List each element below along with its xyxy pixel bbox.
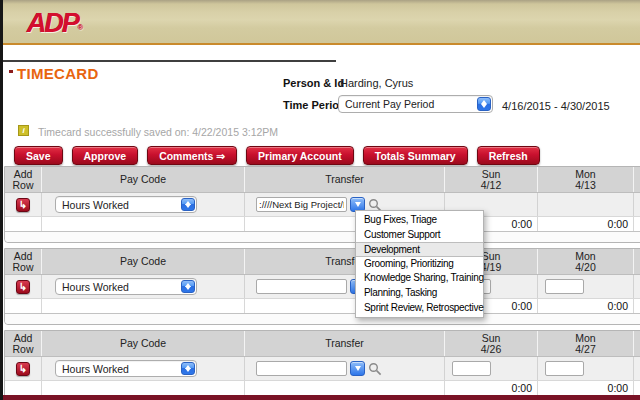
dropdown-item-sprint-review-retrospective[interactable]: Sprint Review, Retrospective	[356, 301, 483, 316]
refresh-button[interactable]: Refresh	[477, 146, 540, 165]
adp-timecard-screen: ADP® TIMECARD Person & Id Harding, Cyrus…	[0, 0, 640, 400]
transfer-header: Transfer	[244, 167, 444, 192]
add-row-header: Add Row	[5, 331, 41, 356]
approve-button[interactable]: Approve	[72, 146, 139, 165]
day-header-cutoff	[633, 331, 640, 356]
day-header-sun-412: Sun 4/12	[444, 167, 537, 192]
timecard-week-section-3: Add Row Pay Code Transfer Sun 4/26 Mon 4…	[4, 330, 640, 400]
week1-totals-row: 0:00 0:00	[5, 216, 640, 232]
transfer-lookup-button[interactable]	[350, 361, 365, 376]
dropdown-item-development-highlighted[interactable]: Development	[356, 242, 483, 257]
day-header-mon-413: Mon 4/13	[537, 167, 633, 192]
transfer-header: Transfer	[244, 331, 444, 356]
hours-input-sun-426[interactable]	[452, 361, 491, 376]
pay-code-selected-value: Hours Worked	[62, 363, 129, 375]
transfer-input[interactable]	[256, 279, 347, 294]
pay-code-select[interactable]: Hours Worked	[55, 278, 197, 295]
hours-input-mon-427[interactable]	[545, 361, 584, 376]
page-title: TIMECARD	[17, 65, 99, 82]
search-icon[interactable]	[368, 362, 382, 376]
week2-entry-row: ↳ Hours Worked	[5, 275, 640, 298]
time-period-select[interactable]: Current Pay Period	[338, 95, 493, 113]
add-row-button[interactable]: ↳	[16, 280, 30, 294]
add-row-button[interactable]: ↳	[16, 362, 30, 376]
primary-account-button[interactable]: Primary Account	[246, 146, 354, 165]
add-row-header: Add Row	[5, 167, 41, 192]
day-header-mon-427: Mon 4/27	[537, 331, 633, 356]
day-total-mon-427: 0:00	[537, 381, 633, 395]
totals-summary-button[interactable]: Totals Summary	[363, 146, 468, 165]
day-cell-cutoff	[633, 193, 640, 216]
info-icon: i	[18, 125, 29, 136]
select-stepper-icon	[181, 362, 195, 375]
day-header-mon-420: Mon 4/20	[537, 249, 633, 274]
week3-totals-row: 0:00 0:00	[5, 380, 640, 396]
adp-logo: ADP®	[27, 8, 83, 39]
time-period-selected-value: Current Pay Period	[345, 98, 434, 110]
week1-footer-row	[5, 232, 640, 242]
day-cell-mon-413	[537, 193, 633, 216]
transfer-suggestions-dropdown: Bug Fixes, Triage Customer Support Devel…	[355, 210, 484, 318]
person-id-value: Harding, Cyrus	[340, 77, 413, 89]
add-row-header: Add Row	[5, 249, 41, 274]
top-banner: ADP®	[0, 0, 640, 43]
timecard-week-section-1: Add Row Pay Code Transfer Sun 4/12 Mon 4…	[4, 166, 640, 243]
toolbar: Save Approve Comments ⇒ Primary Account …	[14, 146, 540, 165]
registered-mark: ®	[78, 24, 83, 31]
dropdown-item-planning-tasking[interactable]: Planning, Tasking	[356, 286, 483, 301]
select-stepper-icon	[181, 280, 195, 293]
pay-code-header: Pay Code	[41, 249, 244, 274]
day-total-mon-420: 0:00	[537, 299, 633, 313]
header-dark-rule	[0, 60, 336, 62]
pay-code-selected-value: Hours Worked	[62, 199, 129, 211]
dropdown-item-customer-support[interactable]: Customer Support	[356, 228, 483, 243]
week2-footer-row	[5, 314, 640, 324]
pay-code-select[interactable]: Hours Worked	[55, 196, 197, 213]
week3-header-row: Add Row Pay Code Transfer Sun 4/26 Mon 4…	[5, 331, 640, 357]
day-header-cutoff	[633, 167, 640, 192]
pay-code-select[interactable]: Hours Worked	[55, 360, 197, 377]
bottom-maroon-rule	[0, 395, 640, 400]
time-period-label: Time Period	[283, 99, 346, 111]
title-tick	[9, 70, 13, 73]
pay-code-header: Pay Code	[41, 331, 244, 356]
select-stepper-icon	[477, 97, 491, 111]
day-header-cutoff	[633, 249, 640, 274]
day-total-mon-413: 0:00	[537, 217, 633, 231]
week2-totals-row: 0:00 0:00	[5, 298, 640, 314]
dropdown-item-knowledge-sharing-training[interactable]: Knowledge Sharing, Training	[356, 271, 483, 286]
timecard-week-section-2: Add Row Pay Code Transfer Sun 4/19 Mon 4…	[4, 248, 640, 325]
week1-entry-row: ↳ Hours Worked	[5, 193, 640, 216]
week1-header-row: Add Row Pay Code Transfer Sun 4/12 Mon 4…	[5, 167, 640, 193]
week3-entry-row: ↳ Hours Worked	[5, 357, 640, 380]
comments-button[interactable]: Comments ⇒	[147, 146, 237, 165]
window-left-edge	[0, 0, 3, 400]
person-id-label: Person & Id	[283, 77, 344, 89]
save-button[interactable]: Save	[14, 146, 63, 165]
dropdown-item-bug-fixes-triage[interactable]: Bug Fixes, Triage	[356, 213, 483, 228]
pay-period-date-range: 4/16/2015 - 4/30/2015	[502, 100, 610, 112]
transfer-input[interactable]	[256, 197, 347, 212]
day-total-sun-426: 0:00	[444, 381, 537, 395]
pay-code-header: Pay Code	[41, 167, 244, 192]
day-header-sun-426: Sun 4/26	[444, 331, 537, 356]
header-orange-rule	[0, 43, 640, 45]
add-row-button[interactable]: ↳	[16, 198, 30, 212]
pay-code-selected-value: Hours Worked	[62, 281, 129, 293]
transfer-input[interactable]	[256, 361, 347, 376]
select-stepper-icon	[181, 198, 195, 211]
status-message: Timecard successfully saved on: 4/22/201…	[38, 126, 278, 138]
week2-header-row: Add Row Pay Code Transfer Sun 4/19 Mon 4…	[5, 249, 640, 275]
hours-input-mon-420[interactable]	[545, 279, 584, 294]
dropdown-item-grooming-prioritizing[interactable]: Grooming, Prioritizing	[356, 257, 483, 272]
